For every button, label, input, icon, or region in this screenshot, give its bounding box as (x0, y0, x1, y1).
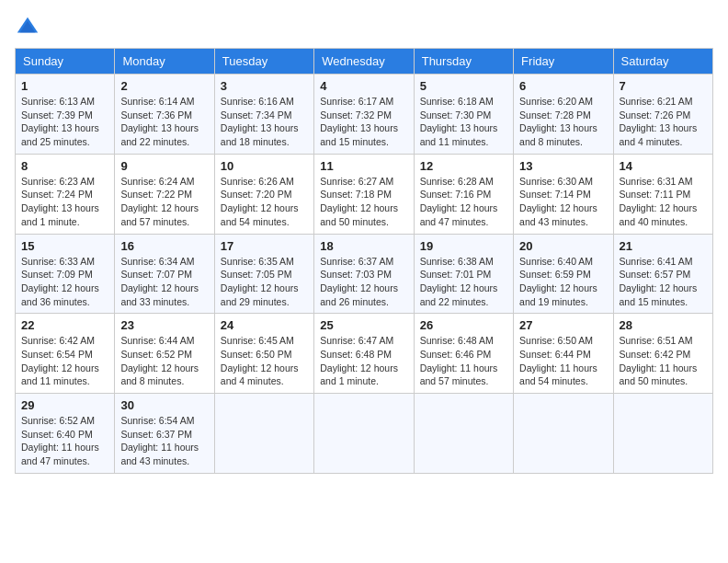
day-number: 11 (320, 159, 407, 173)
day-info: Sunrise: 6:24 AMSunset: 7:22 PMDaylight:… (120, 175, 208, 229)
day-info: Sunrise: 6:34 AMSunset: 7:07 PMDaylight:… (120, 255, 208, 309)
calendar-cell: 20 Sunrise: 6:40 AMSunset: 6:59 PMDaylig… (514, 234, 613, 314)
day-info: Sunrise: 6:50 AMSunset: 6:44 PMDaylight:… (519, 334, 607, 388)
day-number: 21 (620, 239, 707, 253)
calendar-cell: 9 Sunrise: 6:24 AMSunset: 7:22 PMDayligh… (115, 154, 214, 234)
calendar-cell: 8 Sunrise: 6:23 AMSunset: 7:24 PMDayligh… (16, 154, 115, 234)
day-number: 14 (620, 159, 707, 173)
weekday-header: Tuesday (214, 49, 313, 75)
logo-icon (15, 15, 40, 40)
calendar-cell: 28 Sunrise: 6:51 AMSunset: 6:42 PMDaylig… (613, 314, 712, 394)
weekday-header: Wednesday (314, 49, 414, 75)
day-info: Sunrise: 6:52 AMSunset: 6:40 PMDaylight:… (21, 414, 108, 468)
calendar-cell: 21 Sunrise: 6:41 AMSunset: 6:57 PMDaylig… (613, 234, 712, 314)
day-number: 27 (519, 318, 607, 332)
day-info: Sunrise: 6:51 AMSunset: 6:42 PMDaylight:… (620, 334, 707, 388)
weekday-header: Monday (115, 49, 214, 75)
day-info: Sunrise: 6:23 AMSunset: 7:24 PMDaylight:… (21, 175, 108, 229)
calendar-cell: 14 Sunrise: 6:31 AMSunset: 7:11 PMDaylig… (613, 154, 712, 234)
calendar-week-row: 1 Sunrise: 6:13 AMSunset: 7:39 PMDayligh… (16, 75, 713, 155)
day-number: 19 (420, 239, 507, 253)
day-info: Sunrise: 6:35 AMSunset: 7:05 PMDaylight:… (221, 255, 308, 309)
day-info: Sunrise: 6:42 AMSunset: 6:54 PMDaylight:… (21, 334, 108, 388)
calendar-cell: 1 Sunrise: 6:13 AMSunset: 7:39 PMDayligh… (16, 75, 115, 155)
day-number: 24 (221, 318, 308, 332)
calendar-cell: 15 Sunrise: 6:33 AMSunset: 7:09 PMDaylig… (16, 234, 115, 314)
day-number: 30 (120, 398, 208, 412)
day-number: 10 (221, 159, 308, 173)
day-number: 20 (519, 239, 607, 253)
calendar-cell: 25 Sunrise: 6:47 AMSunset: 6:48 PMDaylig… (314, 314, 414, 394)
weekday-header: Saturday (613, 49, 712, 75)
day-info: Sunrise: 6:37 AMSunset: 7:03 PMDaylight:… (320, 255, 407, 309)
day-number: 13 (519, 159, 607, 173)
calendar-cell (214, 394, 313, 474)
calendar-cell: 23 Sunrise: 6:44 AMSunset: 6:52 PMDaylig… (115, 314, 214, 394)
day-number: 9 (120, 159, 208, 173)
day-number: 4 (320, 79, 407, 93)
calendar-cell: 29 Sunrise: 6:52 AMSunset: 6:40 PMDaylig… (16, 394, 115, 474)
calendar-table: SundayMondayTuesdayWednesdayThursdayFrid… (15, 48, 713, 474)
day-number: 26 (420, 318, 507, 332)
weekday-header: Sunday (16, 49, 115, 75)
calendar-cell (613, 394, 712, 474)
day-number: 15 (21, 239, 108, 253)
day-info: Sunrise: 6:48 AMSunset: 6:46 PMDaylight:… (420, 334, 507, 388)
calendar-cell: 16 Sunrise: 6:34 AMSunset: 7:07 PMDaylig… (115, 234, 214, 314)
calendar-cell: 26 Sunrise: 6:48 AMSunset: 6:46 PMDaylig… (414, 314, 513, 394)
calendar-cell: 5 Sunrise: 6:18 AMSunset: 7:30 PMDayligh… (414, 75, 513, 155)
day-number: 1 (21, 79, 108, 93)
day-info: Sunrise: 6:38 AMSunset: 7:01 PMDaylight:… (420, 255, 507, 309)
day-info: Sunrise: 6:41 AMSunset: 6:57 PMDaylight:… (620, 255, 707, 309)
calendar-cell: 19 Sunrise: 6:38 AMSunset: 7:01 PMDaylig… (414, 234, 513, 314)
calendar-cell: 3 Sunrise: 6:16 AMSunset: 7:34 PMDayligh… (214, 75, 313, 155)
weekday-header: Friday (514, 49, 613, 75)
day-number: 17 (221, 239, 308, 253)
day-info: Sunrise: 6:31 AMSunset: 7:11 PMDaylight:… (620, 175, 707, 229)
day-info: Sunrise: 6:20 AMSunset: 7:28 PMDaylight:… (519, 95, 607, 149)
day-info: Sunrise: 6:33 AMSunset: 7:09 PMDaylight:… (21, 255, 108, 309)
day-info: Sunrise: 6:21 AMSunset: 7:26 PMDaylight:… (620, 95, 707, 149)
calendar-cell: 10 Sunrise: 6:26 AMSunset: 7:20 PMDaylig… (214, 154, 313, 234)
day-number: 5 (420, 79, 507, 93)
day-number: 16 (120, 239, 208, 253)
page-header (15, 15, 713, 40)
day-info: Sunrise: 6:30 AMSunset: 7:14 PMDaylight:… (519, 175, 607, 229)
day-info: Sunrise: 6:40 AMSunset: 6:59 PMDaylight:… (519, 255, 607, 309)
calendar-cell: 11 Sunrise: 6:27 AMSunset: 7:18 PMDaylig… (314, 154, 414, 234)
calendar-week-row: 22 Sunrise: 6:42 AMSunset: 6:54 PMDaylig… (16, 314, 713, 394)
calendar-cell: 12 Sunrise: 6:28 AMSunset: 7:16 PMDaylig… (414, 154, 513, 234)
calendar-week-row: 29 Sunrise: 6:52 AMSunset: 6:40 PMDaylig… (16, 394, 713, 474)
calendar-cell: 4 Sunrise: 6:17 AMSunset: 7:32 PMDayligh… (314, 75, 414, 155)
calendar-cell: 18 Sunrise: 6:37 AMSunset: 7:03 PMDaylig… (314, 234, 414, 314)
day-number: 12 (420, 159, 507, 173)
calendar-cell: 2 Sunrise: 6:14 AMSunset: 7:36 PMDayligh… (115, 75, 214, 155)
calendar-cell (314, 394, 414, 474)
day-number: 8 (21, 159, 108, 173)
weekday-header: Thursday (414, 49, 513, 75)
day-number: 3 (221, 79, 308, 93)
calendar-week-row: 8 Sunrise: 6:23 AMSunset: 7:24 PMDayligh… (16, 154, 713, 234)
day-number: 2 (120, 79, 208, 93)
day-number: 7 (620, 79, 707, 93)
day-number: 23 (120, 318, 208, 332)
calendar-cell (514, 394, 613, 474)
day-info: Sunrise: 6:14 AMSunset: 7:36 PMDaylight:… (120, 95, 208, 149)
day-info: Sunrise: 6:18 AMSunset: 7:30 PMDaylight:… (420, 95, 507, 149)
day-info: Sunrise: 6:17 AMSunset: 7:32 PMDaylight:… (320, 95, 407, 149)
day-number: 18 (320, 239, 407, 253)
day-number: 28 (620, 318, 707, 332)
calendar-cell: 30 Sunrise: 6:54 AMSunset: 6:37 PMDaylig… (115, 394, 214, 474)
day-info: Sunrise: 6:13 AMSunset: 7:39 PMDaylight:… (21, 95, 108, 149)
logo (15, 15, 44, 40)
day-info: Sunrise: 6:26 AMSunset: 7:20 PMDaylight:… (221, 175, 308, 229)
day-number: 22 (21, 318, 108, 332)
day-info: Sunrise: 6:16 AMSunset: 7:34 PMDaylight:… (221, 95, 308, 149)
day-info: Sunrise: 6:44 AMSunset: 6:52 PMDaylight:… (120, 334, 208, 388)
day-info: Sunrise: 6:27 AMSunset: 7:18 PMDaylight:… (320, 175, 407, 229)
calendar-week-row: 15 Sunrise: 6:33 AMSunset: 7:09 PMDaylig… (16, 234, 713, 314)
calendar-cell: 22 Sunrise: 6:42 AMSunset: 6:54 PMDaylig… (16, 314, 115, 394)
calendar-cell: 6 Sunrise: 6:20 AMSunset: 7:28 PMDayligh… (514, 75, 613, 155)
day-info: Sunrise: 6:28 AMSunset: 7:16 PMDaylight:… (420, 175, 507, 229)
calendar-cell: 17 Sunrise: 6:35 AMSunset: 7:05 PMDaylig… (214, 234, 313, 314)
